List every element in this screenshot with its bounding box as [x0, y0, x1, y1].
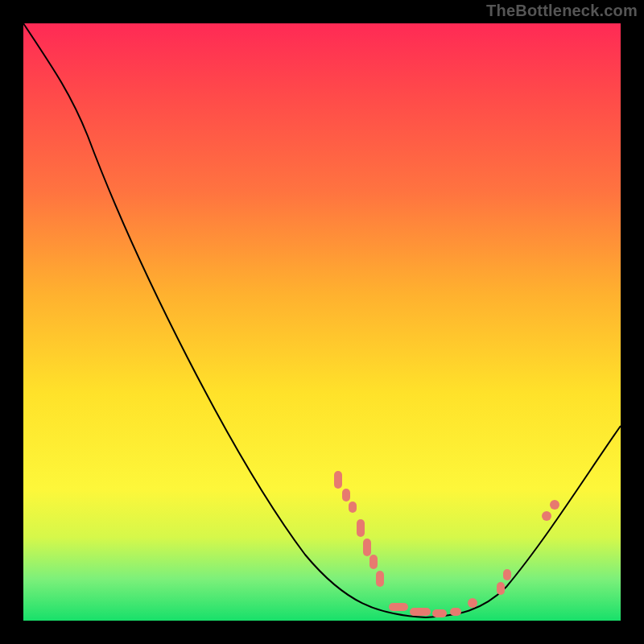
curve-marker: [432, 609, 447, 617]
curve-marker: [550, 500, 559, 510]
curve-marker: [389, 603, 408, 611]
curve-marker: [468, 598, 477, 608]
curve-marker: [542, 511, 551, 521]
curve-marker: [410, 608, 431, 616]
watermark-text: TheBottleneck.com: [486, 2, 638, 20]
curve-marker: [376, 571, 384, 587]
plot-area: [23, 23, 621, 621]
bottleneck-curve: [23, 23, 621, 617]
curve-marker: [497, 582, 505, 595]
curve-marker: [357, 519, 365, 537]
curve-marker: [342, 489, 350, 502]
curve-marker: [349, 502, 357, 513]
curve-marker: [369, 555, 378, 569]
chart-frame: TheBottleneck.com: [0, 0, 644, 644]
curve-marker: [450, 608, 461, 616]
chart-svg: [23, 23, 621, 621]
curve-marker: [363, 539, 371, 556]
curve-marker: [334, 471, 342, 489]
curve-marker: [503, 569, 511, 580]
